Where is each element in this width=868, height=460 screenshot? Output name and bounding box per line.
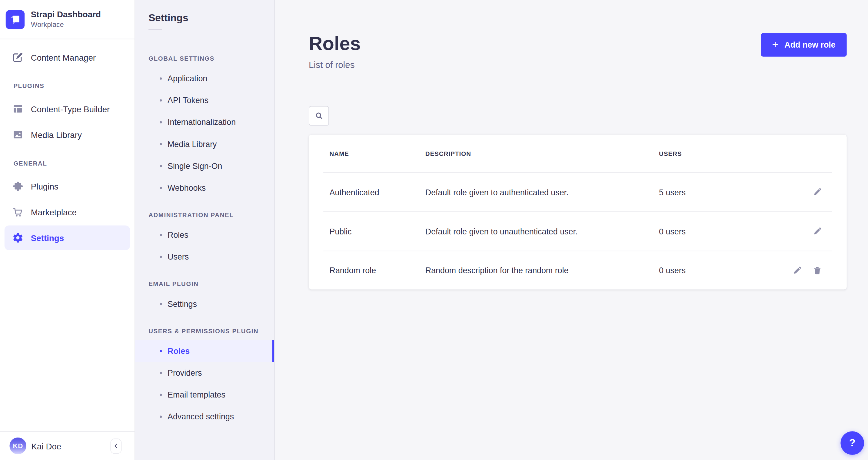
- subnav-item-admin-users[interactable]: Users: [135, 246, 274, 267]
- role-users-count: 5 users: [659, 188, 770, 197]
- question-mark-icon: ?: [849, 437, 855, 450]
- sidebar-item-content-type-builder[interactable]: Content-Type Builder: [4, 96, 130, 121]
- workspace-title: Strapi Dashboard: [31, 9, 101, 20]
- workspace-subtitle: Workplace: [31, 21, 101, 29]
- content-manager-icon: [12, 52, 24, 63]
- sidebar-item-label: Settings: [31, 233, 64, 242]
- page-subtitle: List of roles: [309, 59, 361, 71]
- subnav-section-global-settings: GLOBAL SETTINGS: [149, 53, 260, 64]
- role-users-count: 0 users: [659, 266, 770, 275]
- subnav-item-admin-roles[interactable]: Roles: [135, 224, 274, 246]
- strapi-logo-icon: [5, 10, 25, 29]
- avatar: KD: [9, 437, 26, 454]
- strapi-dashboard: Strapi Dashboard Workplace Content Manag…: [0, 0, 868, 460]
- search-icon: [314, 111, 323, 120]
- puzzle-icon: [12, 181, 24, 192]
- delete-role-button[interactable]: [812, 265, 822, 275]
- sidebar-item-label: Plugins: [31, 181, 59, 191]
- workspace-brand[interactable]: Strapi Dashboard Workplace: [0, 0, 134, 39]
- media-library-icon: [12, 129, 24, 140]
- sidebar-item-media-library[interactable]: Media Library: [4, 122, 130, 147]
- page-header: Roles List of roles + Add new role: [309, 0, 847, 71]
- sidebar-footer: KD Kai Doe: [0, 431, 134, 460]
- edit-role-button[interactable]: [812, 226, 822, 236]
- help-button[interactable]: ?: [840, 431, 864, 455]
- subnav-item-up-email-templates[interactable]: Email templates: [135, 383, 274, 405]
- subnav-section-email-plugin: EMAIL PLUGIN: [149, 278, 260, 289]
- role-description: Random description for the random role: [425, 266, 659, 275]
- user-name: Kai Doe: [32, 441, 62, 451]
- gear-icon: [12, 232, 24, 243]
- collapse-sidebar-button[interactable]: [110, 438, 122, 453]
- sidebar-item-label: Content-Type Builder: [31, 104, 110, 113]
- cart-icon: [12, 206, 24, 218]
- sidebar-item-settings[interactable]: Settings: [4, 226, 130, 250]
- user-menu[interactable]: KD Kai Doe: [9, 437, 61, 454]
- table-row-random-role[interactable]: Random role Random description for the r…: [309, 251, 847, 290]
- subnav-item-webhooks[interactable]: Webhooks: [135, 177, 274, 199]
- table-row-public[interactable]: Public Default role given to unauthentic…: [309, 212, 847, 251]
- search-button[interactable]: [309, 106, 329, 126]
- trash-icon: [812, 266, 822, 275]
- subnav-item-up-roles[interactable]: Roles: [135, 340, 274, 362]
- content-type-builder-icon: [12, 103, 24, 114]
- pencil-icon: [812, 188, 822, 197]
- table-row-authenticated[interactable]: Authenticated Default role given to auth…: [309, 173, 847, 212]
- role-name: Random role: [330, 266, 425, 275]
- subnav-item-up-providers[interactable]: Providers: [135, 362, 274, 383]
- main-content: Roles List of roles + Add new role NAME …: [275, 0, 868, 460]
- page-title: Roles: [309, 32, 361, 54]
- subnav-item-email-settings[interactable]: Settings: [135, 293, 274, 314]
- subnav-item-media-library[interactable]: Media Library: [135, 133, 274, 155]
- role-description: Default role given to authenticated user…: [425, 188, 659, 197]
- edit-role-button[interactable]: [812, 187, 822, 197]
- sidebar-item-label: Content Manager: [31, 53, 96, 62]
- table-header-row: NAME DESCRIPTION USERS: [309, 135, 847, 172]
- sidebar-item-marketplace[interactable]: Marketplace: [4, 200, 130, 224]
- chevron-left-icon: [113, 442, 119, 449]
- settings-subnav: Settings GLOBAL SETTINGS Application API…: [135, 0, 275, 460]
- sidebar-section-general: GENERAL: [0, 154, 134, 173]
- plus-icon: +: [772, 39, 778, 50]
- subnav-item-application[interactable]: Application: [135, 67, 274, 89]
- subnav-divider: [149, 29, 162, 30]
- subnav-item-up-advanced-settings[interactable]: Advanced settings: [135, 405, 274, 427]
- subnav-item-api-tokens[interactable]: API Tokens: [135, 89, 274, 111]
- role-users-count: 0 users: [659, 227, 770, 236]
- subnav-section-administration-panel: ADMINISTRATION PANEL: [149, 209, 260, 221]
- main-sidebar: Strapi Dashboard Workplace Content Manag…: [0, 0, 135, 460]
- pencil-icon: [812, 227, 822, 236]
- roles-table-card: NAME DESCRIPTION USERS Authenticated Def…: [309, 135, 847, 289]
- subnav-section-users-permissions: USERS & PERMISSIONS PLUGIN: [149, 325, 260, 337]
- subnav-item-single-sign-on[interactable]: Single Sign-On: [135, 155, 274, 176]
- sidebar-item-content-manager[interactable]: Content Manager: [4, 45, 130, 69]
- subnav-item-internationalization[interactable]: Internationalization: [135, 111, 274, 133]
- role-name: Authenticated: [330, 188, 425, 197]
- column-header-description: DESCRIPTION: [425, 150, 659, 157]
- toolbar: [309, 106, 847, 126]
- sidebar-item-plugins[interactable]: Plugins: [4, 174, 130, 198]
- add-new-role-label: Add new role: [784, 40, 835, 50]
- pencil-icon: [792, 266, 801, 275]
- column-header-users: USERS: [659, 150, 770, 157]
- role-name: Public: [330, 227, 425, 236]
- column-header-name: NAME: [330, 150, 425, 157]
- sidebar-item-label: Media Library: [31, 130, 82, 139]
- add-new-role-button[interactable]: + Add new role: [761, 33, 846, 57]
- sidebar-item-label: Marketplace: [31, 207, 76, 217]
- subnav-title: Settings: [149, 10, 274, 26]
- edit-role-button[interactable]: [792, 265, 802, 275]
- role-description: Default role given to unauthenticated us…: [425, 227, 659, 236]
- sidebar-section-plugins: PLUGINS: [0, 77, 134, 95]
